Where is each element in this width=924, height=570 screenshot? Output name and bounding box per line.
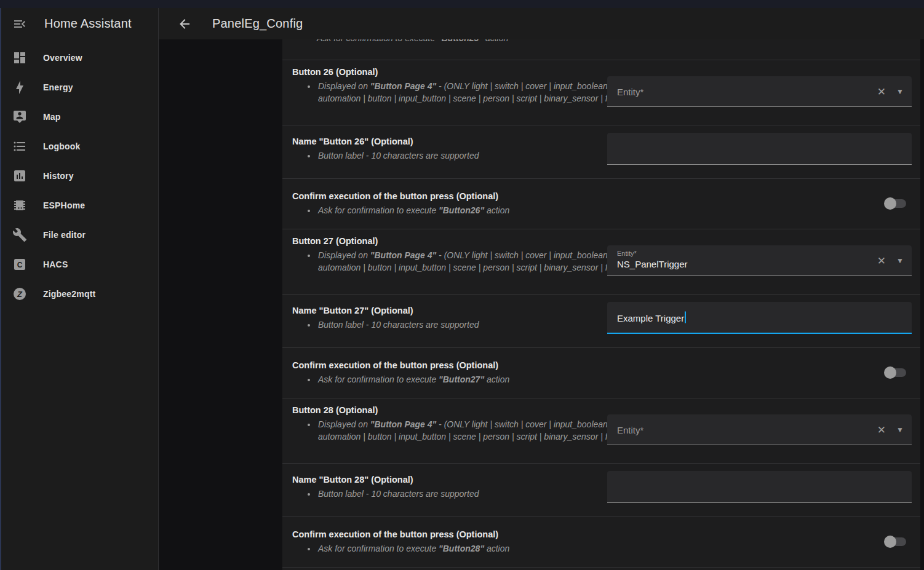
row-button-28-entity: Button 28 (Optional) Displayed on "Butto… — [282, 398, 920, 463]
clipped-description: Ask for confirmation to execute "Button2… — [282, 39, 920, 44]
row-button-28-name: Name "Button 28" (Optional) Button label… — [282, 463, 920, 517]
config-form-card: Ask for confirmation to execute "Button2… — [282, 39, 920, 570]
row-button-27-confirm: Confirm execution of the button press (O… — [282, 347, 920, 398]
app-title: Home Assistant — [44, 17, 132, 31]
toggle-knob — [884, 197, 896, 210]
sidebar: Home Assistant Overview Energy Map — [1, 8, 159, 570]
sidebar-item-label: Map — [43, 112, 61, 122]
content-area: Ask for confirmation to execute "Button2… — [159, 39, 924, 570]
entity-placeholder: Entity* — [617, 424, 643, 435]
field-description: Ask for confirmation to execute "Button2… — [317, 542, 630, 555]
svg-text:C: C — [17, 261, 23, 269]
hacs-icon: C — [12, 257, 27, 272]
entity-label: Entity* — [617, 250, 637, 257]
name-input-button-27[interactable]: Example Trigger — [607, 302, 912, 334]
field-title: Name "Button 28" (Optional) — [292, 475, 630, 485]
next-row-edge — [282, 567, 920, 570]
svg-text:Z: Z — [17, 290, 23, 299]
field-title: Button 27 (Optional) — [292, 236, 630, 246]
field-title: Button 26 (Optional) — [292, 67, 630, 77]
field-description: Button label - 10 characters are support… — [317, 319, 630, 331]
confirm-toggle-button-28[interactable] — [884, 536, 907, 548]
sidebar-item-logbook[interactable]: Logbook — [1, 132, 158, 161]
sidebar-item-map[interactable]: Map — [1, 102, 158, 132]
entity-placeholder: Entity* — [617, 86, 643, 97]
row-button-28-confirm: Confirm execution of the button press (O… — [282, 517, 920, 567]
name-input-button-28[interactable] — [607, 471, 912, 503]
sidebar-item-label: Overview — [43, 53, 82, 63]
field-title: Button 28 (Optional) — [292, 405, 630, 415]
field-title: Confirm execution of the button press (O… — [292, 191, 630, 201]
page-title: PanelEg_Config — [212, 17, 303, 31]
clear-icon[interactable]: ✕ — [877, 86, 886, 97]
clear-icon[interactable]: ✕ — [877, 424, 886, 435]
confirm-toggle-button-27[interactable] — [884, 366, 907, 379]
field-title: Name "Button 26" (Optional) — [292, 137, 630, 146]
clipped-row-confirm-button25: Ask for confirmation to execute "Button2… — [282, 39, 920, 60]
sidebar-item-label: ESPHome — [43, 200, 85, 210]
field-description: Displayed on "Button Page 4" - (ONLY lig… — [317, 418, 630, 443]
sidebar-item-esphome[interactable]: ESPHome — [1, 191, 158, 220]
field-title: Name "Button 27" (Optional) — [292, 306, 630, 315]
field-title: Confirm execution of the button press (O… — [292, 360, 630, 370]
row-button-26-confirm: Confirm execution of the button press (O… — [282, 178, 920, 229]
sidebar-items: Overview Energy Map Logbook — [1, 43, 158, 309]
sidebar-item-history[interactable]: History — [1, 161, 158, 191]
field-title: Confirm execution of the button press (O… — [292, 529, 630, 539]
main-area: PanelEg_Config Ask for confirmation to e… — [159, 8, 924, 570]
tooltip-account-icon — [12, 109, 27, 124]
row-button-27-name: Name "Button 27" (Optional) Button label… — [282, 294, 920, 347]
clear-icon[interactable]: ✕ — [877, 255, 886, 266]
chevron-down-icon[interactable]: ▼ — [896, 88, 904, 95]
row-button-26-name: Name "Button 26" (Optional) Button label… — [282, 125, 920, 178]
field-description: Button label - 10 characters are support… — [317, 488, 630, 500]
lightning-bolt-icon — [12, 80, 27, 95]
arrow-left-icon[interactable] — [177, 17, 192, 31]
field-description: Displayed on "Button Page 4" - (ONLY lig… — [317, 249, 630, 274]
app-root: Home Assistant Overview Energy Map — [0, 8, 924, 570]
wrench-icon — [12, 228, 27, 242]
sidebar-item-label: History — [43, 171, 74, 181]
chip-icon — [12, 198, 27, 213]
sidebar-item-energy[interactable]: Energy — [1, 73, 158, 102]
menu-open-icon[interactable] — [12, 17, 27, 31]
sidebar-item-file-editor[interactable]: File editor — [1, 220, 158, 250]
row-button-27-entity: Button 27 (Optional) Displayed on "Butto… — [282, 229, 920, 294]
view-dashboard-icon — [12, 50, 27, 65]
sidebar-item-label: File editor — [43, 230, 86, 240]
window-top-strip — [0, 0, 924, 8]
sidebar-item-hacs[interactable]: C HACS — [1, 250, 158, 279]
page-header: PanelEg_Config — [159, 8, 924, 39]
entity-picker-button-28[interactable]: Entity* ✕ ▼ — [607, 414, 912, 445]
field-description: Button label - 10 characters are support… — [317, 149, 630, 162]
chart-box-icon — [12, 168, 27, 183]
text-cursor — [685, 312, 686, 323]
chevron-down-icon[interactable]: ▼ — [896, 257, 904, 264]
entity-value: NS_PanelTrigger — [617, 259, 688, 269]
row-button-26-entity: Button 26 (Optional) Displayed on "Butto… — [282, 60, 920, 125]
sidebar-header: Home Assistant — [1, 8, 158, 39]
chevron-down-icon[interactable]: ▼ — [896, 426, 904, 433]
toggle-knob — [884, 366, 896, 379]
zigbee-icon: Z — [12, 287, 27, 301]
sidebar-item-zigbee2mqtt[interactable]: Z Zigbee2mqtt — [1, 279, 158, 309]
confirm-toggle-button-26[interactable] — [884, 197, 907, 210]
sidebar-item-label: HACS — [43, 259, 68, 269]
format-list-bulleted-icon — [12, 139, 27, 154]
entity-picker-button-26[interactable]: Entity* ✕ ▼ — [607, 76, 912, 107]
sidebar-item-label: Logbook — [43, 141, 81, 151]
toggle-knob — [884, 536, 896, 548]
name-input-button-26[interactable] — [607, 133, 912, 165]
sidebar-item-overview[interactable]: Overview — [1, 43, 158, 73]
sidebar-item-label: Zigbee2mqtt — [43, 289, 95, 299]
field-description: Ask for confirmation to execute "Button2… — [317, 204, 630, 216]
entity-picker-button-27[interactable]: Entity* NS_PanelTrigger ✕ ▼ — [607, 245, 912, 276]
field-description: Displayed on "Button Page 4" - (ONLY lig… — [317, 80, 630, 105]
field-description: Ask for confirmation to execute "Button2… — [317, 373, 630, 386]
sidebar-item-label: Energy — [43, 82, 73, 92]
